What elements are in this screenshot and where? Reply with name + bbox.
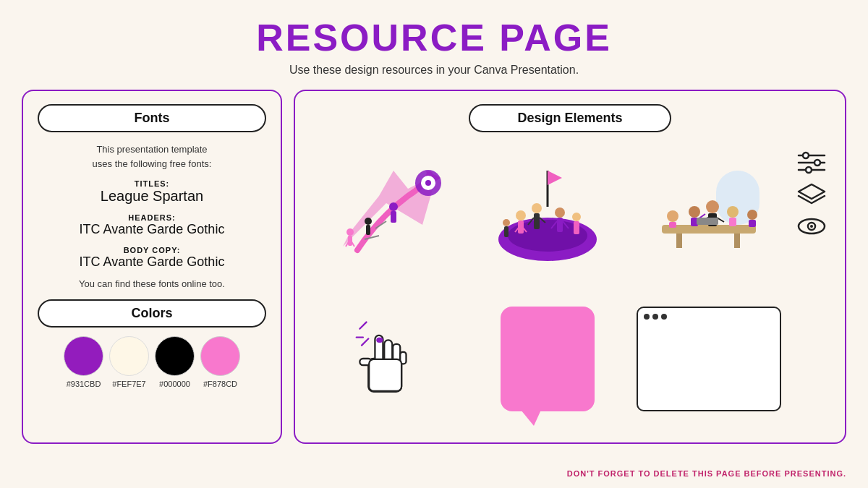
svg-point-22 xyxy=(532,203,542,213)
illustration-hill xyxy=(471,140,625,281)
design-elements-header: Design Elements xyxy=(469,104,671,132)
right-panel: Design Elements xyxy=(294,90,846,444)
footer-note: DON'T FORGET TO DELETE THIS PAGE BEFORE … xyxy=(567,469,846,478)
svg-rect-23 xyxy=(534,213,540,229)
svg-point-47 xyxy=(727,206,739,218)
page-subtitle: Use these design resources in your Canva… xyxy=(0,64,868,77)
svg-point-40 xyxy=(689,206,700,218)
fonts-description: This presentation template uses the foll… xyxy=(38,142,266,171)
swatch-circle-black xyxy=(155,336,195,376)
svg-point-43 xyxy=(706,200,719,213)
icons-column xyxy=(793,140,830,281)
headers-font-name: ITC Avante Garde Gothic xyxy=(38,222,266,237)
svg-rect-13 xyxy=(391,211,396,223)
svg-rect-31 xyxy=(574,221,579,234)
design-header-row: Design Elements xyxy=(310,104,830,132)
swatch-circle-purple xyxy=(64,336,103,376)
svg-point-3 xyxy=(425,180,431,186)
body-label: BODY COPY: xyxy=(38,246,266,254)
svg-rect-39 xyxy=(669,222,676,228)
hill-svg xyxy=(490,160,605,261)
titles-font-name: League Spartan xyxy=(38,188,266,205)
headers-font-group: HEADERS: ITC Avante Garde Gothic xyxy=(38,213,266,237)
layers-icon xyxy=(796,181,827,207)
svg-point-6 xyxy=(346,228,354,236)
page-title: RESOURCE PAGE xyxy=(0,0,868,59)
arrow-svg xyxy=(328,160,444,261)
eye-icon xyxy=(796,213,827,239)
swatch-hex-black: #000000 xyxy=(159,380,190,388)
main-container: Fonts This presentation template uses th… xyxy=(22,90,846,444)
speech-bubble-cell xyxy=(471,288,625,430)
design-grid xyxy=(310,140,830,429)
svg-rect-33 xyxy=(504,226,509,237)
svg-rect-27 xyxy=(557,218,563,232)
svg-point-32 xyxy=(503,219,510,226)
colors-header: Colors xyxy=(38,299,266,328)
svg-point-26 xyxy=(555,207,565,218)
svg-point-57 xyxy=(806,167,812,173)
swatch-circle-pink xyxy=(200,336,240,376)
svg-point-49 xyxy=(747,210,757,220)
svg-rect-71 xyxy=(369,359,401,391)
svg-point-30 xyxy=(572,213,581,221)
swatch-purple: #931CBD xyxy=(64,336,103,388)
swatch-pink: #F878CD xyxy=(200,336,240,388)
body-font-name: ITC Avante Garde Gothic xyxy=(38,254,266,270)
speech-bubble-tail xyxy=(521,410,541,426)
meeting-svg xyxy=(651,160,767,261)
svg-rect-11 xyxy=(366,225,370,235)
browser-dots xyxy=(644,314,774,320)
browser-dot-2 xyxy=(652,314,658,320)
swatch-cream: #FEF7E7 xyxy=(109,336,149,388)
illustration-meeting xyxy=(631,140,786,281)
swatch-black: #000000 xyxy=(155,336,195,388)
empty-cell xyxy=(793,288,830,430)
svg-point-61 xyxy=(810,225,813,228)
svg-rect-48 xyxy=(729,218,736,226)
browser-mockup xyxy=(637,307,781,411)
svg-point-38 xyxy=(667,210,678,222)
svg-line-62 xyxy=(360,322,367,329)
svg-point-18 xyxy=(516,210,526,221)
illustration-hand xyxy=(310,288,464,430)
svg-line-64 xyxy=(362,339,368,346)
svg-marker-17 xyxy=(548,171,562,185)
fonts-header: Fonts xyxy=(38,104,266,132)
illustration-arrow xyxy=(310,140,464,281)
svg-point-12 xyxy=(389,202,398,211)
svg-marker-58 xyxy=(799,184,825,199)
svg-rect-36 xyxy=(676,234,682,248)
browser-dot-1 xyxy=(644,314,650,320)
svg-rect-73 xyxy=(377,338,383,343)
left-panel: Fonts This presentation template uses th… xyxy=(22,90,282,444)
colors-section: Colors #931CBD #FEF7E7 #000000 #F878CD xyxy=(38,299,266,388)
swatch-hex-cream: #FEF7E7 xyxy=(112,380,145,388)
speech-bubble xyxy=(501,307,595,411)
fonts-online-note: You can find these fonts online too. xyxy=(38,278,266,289)
browser-mockup-cell xyxy=(631,288,786,430)
swatch-hex-purple: #931CBD xyxy=(67,380,101,388)
svg-point-53 xyxy=(803,153,809,158)
titles-label: TITLES: xyxy=(38,179,266,188)
svg-rect-37 xyxy=(734,234,740,248)
titles-font-group: TITLES: League Spartan xyxy=(38,179,266,205)
icons-list xyxy=(793,147,830,242)
hand-svg xyxy=(346,312,426,406)
sliders-icon xyxy=(796,150,827,176)
speech-bubble-container xyxy=(501,307,595,411)
browser-dot-3 xyxy=(661,314,667,320)
svg-point-10 xyxy=(365,218,372,225)
swatch-circle-cream xyxy=(109,336,149,376)
svg-rect-50 xyxy=(749,220,756,227)
swatch-hex-pink: #F878CD xyxy=(203,380,237,388)
svg-rect-51 xyxy=(697,218,718,225)
colors-swatches: #931CBD #FEF7E7 #000000 #F878CD xyxy=(38,336,266,388)
body-font-group: BODY COPY: ITC Avante Garde Gothic xyxy=(38,246,266,270)
svg-point-55 xyxy=(814,160,820,166)
headers-label: HEADERS: xyxy=(38,213,266,222)
